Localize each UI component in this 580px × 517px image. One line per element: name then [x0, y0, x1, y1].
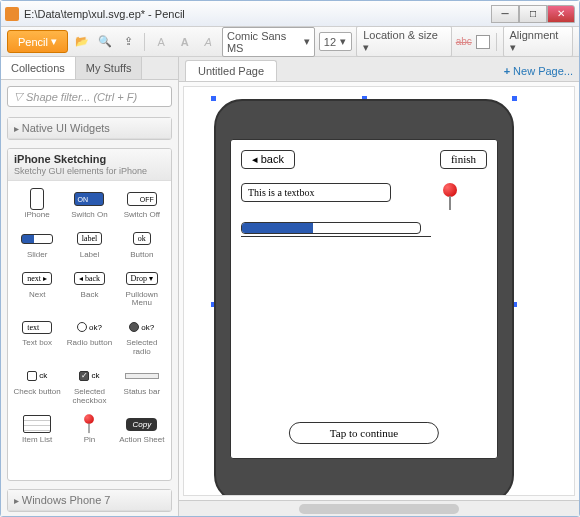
- alignment-dropdown[interactable]: Alignment ▾: [503, 26, 574, 57]
- location-size-dropdown[interactable]: Location & size ▾: [356, 26, 452, 57]
- strike-label: abc: [456, 36, 472, 47]
- stencil-switch-off[interactable]: OFFSwitch Off: [117, 185, 167, 223]
- stencil-status[interactable]: Status bar: [117, 362, 167, 409]
- stencil-action[interactable]: CopyAction Sheet: [117, 410, 167, 448]
- mockup-pin[interactable]: [441, 183, 459, 211]
- window-title: E:\Data\temp\xul.svg.ep* - Pencil: [24, 8, 491, 20]
- mockup-back-button[interactable]: ◂ back: [241, 150, 295, 169]
- mockup-tap-button[interactable]: Tap to continue: [289, 422, 439, 444]
- stencil-radio[interactable]: ok?Radio button: [64, 313, 114, 360]
- stencil-text[interactable]: textText box: [12, 313, 62, 360]
- bold-icon: A: [175, 32, 195, 52]
- font-family-select[interactable]: Comic Sans MS▾: [222, 27, 315, 57]
- mockup-finish-button[interactable]: finish: [440, 150, 487, 169]
- zoom-icon[interactable]: 🔍: [95, 32, 115, 52]
- group-native-ui[interactable]: ▸ Native UI Widgets: [8, 118, 171, 139]
- stencil-drop[interactable]: Drop ▾Pulldown Menu: [117, 265, 167, 312]
- mockup-progress: [241, 222, 421, 234]
- stencil-check-sel[interactable]: ✓ckSelected checkbox: [64, 362, 114, 409]
- stencil-button[interactable]: okButton: [117, 225, 167, 263]
- shape-filter-input[interactable]: ▽ Shape filter... (Ctrl + F): [7, 86, 172, 107]
- stencil-label[interactable]: labelLabel: [64, 225, 114, 263]
- page-tab-untitled[interactable]: Untitled Page: [185, 60, 277, 81]
- plus-icon: +: [504, 65, 510, 77]
- close-button[interactable]: ✕: [547, 5, 575, 23]
- stencil-pin[interactable]: Pin: [64, 410, 114, 448]
- horizontal-scrollbar[interactable]: [179, 500, 579, 516]
- stencil-slider[interactable]: Slider: [12, 225, 62, 263]
- minimize-button[interactable]: ─: [491, 5, 519, 23]
- toolbar: Pencil▾ 📂 🔍 ⇪ A A A Comic Sans MS▾ 12▾ L…: [1, 27, 579, 57]
- phone-mockup[interactable]: ◂ back finish This is a textbox: [214, 99, 514, 496]
- tab-collections[interactable]: Collections: [1, 57, 76, 79]
- pencil-menu-button[interactable]: Pencil▾: [7, 30, 68, 53]
- selection-handle[interactable]: [511, 95, 518, 102]
- sidebar: Collections My Stuffs ▽ Shape filter... …: [1, 57, 179, 516]
- title-bar: E:\Data\temp\xul.svg.ep* - Pencil ─ □ ✕: [1, 1, 579, 27]
- export-icon[interactable]: ⇪: [119, 32, 139, 52]
- open-icon[interactable]: 📂: [72, 32, 92, 52]
- canvas[interactable]: ◂ back finish This is a textbox: [183, 86, 575, 496]
- stencil-next[interactable]: next ▸Next: [12, 265, 62, 312]
- group-windows-phone[interactable]: ▸ Windows Phone 7: [8, 490, 171, 511]
- tab-my-stuffs[interactable]: My Stuffs: [76, 57, 143, 79]
- stencil-switch-on[interactable]: ONSwitch On: [64, 185, 114, 223]
- selection-handle[interactable]: [210, 95, 217, 102]
- font-size-select[interactable]: 12▾: [319, 32, 352, 51]
- color-swatch[interactable]: [476, 35, 490, 49]
- filter-icon: ▽: [14, 90, 22, 103]
- maximize-button[interactable]: □: [519, 5, 547, 23]
- mockup-textbox[interactable]: This is a textbox: [241, 183, 391, 202]
- stencil-radio-sel[interactable]: ok?Selected radio: [117, 313, 167, 360]
- group-iphone-sketching[interactable]: iPhone Sketching Sketchy GUI elements fo…: [8, 149, 171, 181]
- stencil-check[interactable]: ckCheck button: [12, 362, 62, 409]
- font-icon: A: [151, 32, 171, 52]
- stencil-list[interactable]: Item List: [12, 410, 62, 448]
- app-icon: [5, 7, 19, 21]
- stencil-phone[interactable]: iPhone: [12, 185, 62, 223]
- italic-icon: A: [198, 32, 218, 52]
- stencil-back[interactable]: ◂ backBack: [64, 265, 114, 312]
- new-page-button[interactable]: + New Page...: [504, 65, 573, 77]
